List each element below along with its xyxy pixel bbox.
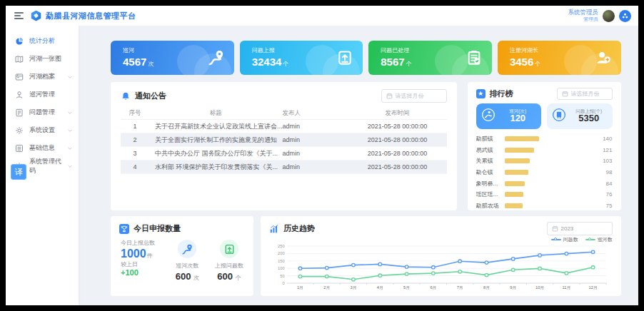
today-delta-label: 较上日	[121, 261, 155, 268]
notice-row-publisher: admin	[283, 136, 348, 143]
stat-card-3: 问题已处理8567个	[368, 41, 492, 75]
sidebar: 统计分析河湖一张图河湖档案巡河管理问题管理系统设置基础信息系统管理代码 译	[6, 26, 79, 305]
svg-text:100: 100	[278, 266, 285, 270]
notice-row-time: 2021-05-28 00:00:00	[348, 163, 447, 170]
notice-row[interactable]: 2关于全面实行湖长制工作的实施意见的通知admin2021-05-28 00:0…	[121, 133, 447, 147]
trophy-icon	[119, 224, 129, 234]
float-translate-button[interactable]: 译	[11, 164, 26, 180]
notice-table-body: 1关于召开高新技术企业认定政策线上宣讲会...admin2021-05-28 0…	[121, 120, 447, 174]
sidebar-item-3[interactable]: 河湖档案	[6, 68, 79, 86]
notice-month-input[interactable]	[396, 93, 442, 99]
notice-row-title: 中共中央办公厅 国务院办公厅印发《关于...	[149, 149, 283, 158]
ranking-row-value: 98	[606, 169, 613, 175]
star-icon: ★	[476, 89, 485, 98]
chevron-down-icon	[67, 163, 73, 169]
patrol-pin-icon	[15, 91, 24, 99]
legend-label: 问题数	[563, 236, 578, 243]
sidebar-item-label: 统计分析	[29, 36, 55, 46]
legend-item[interactable]: 巡河数	[585, 236, 613, 243]
col-no: 序号	[121, 109, 149, 118]
top-header: 勐腊县河湖信息管理平台 系统管理员 管理员	[6, 6, 638, 26]
svg-text:200: 200	[278, 251, 285, 255]
user-name: 系统管理员	[568, 9, 599, 16]
ranking-row-value: 84	[606, 180, 613, 187]
notice-table: 序号 标题 发布人 发布时间 1关于召开高新技术企业认定政策线上宣讲会...ad…	[121, 107, 447, 174]
trend-legend: 问题数巡河数	[269, 236, 613, 243]
apps-icon[interactable]	[619, 10, 631, 22]
svg-text:12月: 12月	[589, 286, 598, 291]
svg-text:3月: 3月	[350, 286, 356, 291]
ranking-row-bar	[505, 181, 525, 186]
user-add-icon	[595, 50, 611, 66]
notice-row-title: 关于召开高新技术企业认定政策线上宣讲会...	[149, 122, 283, 131]
metric-value: 600 个	[217, 271, 241, 282]
sidebar-item-4[interactable]: 巡河管理	[6, 86, 79, 103]
ranking-chips: 巡河(次)120问题上报(个)5350	[476, 103, 613, 129]
avatar[interactable]	[603, 10, 615, 22]
ranking-list: 勐腊镇140易武镇121关累镇103勐仑镇98象明彝...84瑶区瑶...76勐…	[476, 133, 613, 211]
today-metric-2: 上报问题数600 个	[215, 240, 243, 282]
sidebar-item-label: 河湖档案	[29, 72, 55, 81]
map-icon	[15, 55, 24, 63]
trend-year-picker[interactable]	[547, 222, 613, 235]
ranking-chip-2: 问题上报(个)5350	[547, 103, 613, 129]
sidebar-item-label: 基础信息	[29, 143, 55, 153]
notice-row-time: 2021-05-28 00:00:00	[348, 123, 447, 130]
ranking-row-value: 76	[606, 191, 613, 198]
svg-text:11月: 11月	[562, 286, 570, 291]
chevron-down-icon	[67, 146, 73, 151]
trend-year-input[interactable]	[561, 225, 608, 232]
ranking-row: 象明彝...84	[476, 178, 613, 189]
ranking-row-name: 勐仑镇	[476, 168, 503, 176]
today-total-value: 1000件	[121, 247, 155, 261]
sidebar-item-label: 巡河管理	[29, 90, 55, 99]
notice-row-no: 3	[121, 150, 149, 157]
sidebar-item-5[interactable]: 问题管理	[6, 103, 79, 121]
notice-month-picker[interactable]	[381, 89, 447, 103]
sidebar-item-label: 系统设置	[29, 126, 55, 135]
svg-text:1月: 1月	[297, 286, 303, 291]
ranking-row-bar	[505, 192, 523, 197]
ranking-month-input[interactable]	[571, 91, 608, 97]
svg-text:5月: 5月	[403, 286, 410, 291]
ranking-month-picker[interactable]	[557, 88, 613, 100]
notice-row[interactable]: 1关于召开高新技术企业认定政策线上宣讲会...admin2021-05-28 0…	[121, 120, 447, 133]
legend-label: 巡河数	[598, 236, 613, 243]
bar-chart-icon	[269, 224, 279, 234]
report-card-icon	[552, 108, 566, 125]
patrol-walk-icon	[481, 108, 495, 125]
stat-card-4: 注册河湖长3456个	[498, 41, 621, 75]
app-title: 勐腊县河湖信息管理平台	[46, 11, 136, 21]
svg-text:9月: 9月	[510, 286, 516, 291]
ranking-chip-1: 巡河(次)120	[476, 103, 542, 129]
ranking-row-bar	[505, 148, 535, 153]
stat-card-1: 巡河4567次	[111, 41, 234, 75]
notice-row[interactable]: 3中共中央办公厅 国务院办公厅印发《关于...admin2021-05-28 0…	[121, 147, 447, 160]
sidebar-item-6[interactable]: 系统设置	[6, 121, 79, 139]
ranking-row-name: 象明彝...	[476, 180, 503, 188]
ranking-row-bar	[505, 203, 523, 208]
today-delta-value: +100	[121, 268, 155, 278]
sidebar-item-7[interactable]: 基础信息	[6, 139, 79, 157]
notice-row-publisher: admin	[283, 150, 348, 157]
sidebar-item-2[interactable]: 河湖一张图	[6, 50, 79, 68]
patrol-route-icon	[208, 50, 224, 66]
hamburger-menu-icon[interactable]	[14, 12, 24, 19]
ranking-row-name: 勐腊农场	[476, 202, 503, 210]
legend-item[interactable]: 问题数	[551, 236, 578, 243]
notice-table-header: 序号 标题 发布人 发布时间	[121, 107, 447, 120]
metric-label: 上报问题数	[215, 262, 243, 270]
sidebar-item-1[interactable]: 统计分析	[6, 32, 79, 50]
notice-row-title: 关于全面实行湖长制工作的实施意见的通知	[149, 136, 283, 145]
ranking-row-bar	[505, 158, 530, 163]
app-window: 勐腊县河湖信息管理平台 系统管理员 管理员 统计分析河湖一张图河湖档案巡河管理问…	[6, 6, 638, 305]
svg-text:150: 150	[278, 259, 285, 263]
today-metric-1: 巡河次数600 次	[176, 240, 199, 282]
notice-row[interactable]: 4水利部 环境保护部关于印发贯彻落实《关...admin2021-05-28 0…	[121, 160, 447, 174]
calendar-icon	[562, 91, 568, 97]
ranking-row: 勐仑镇98	[476, 167, 613, 178]
ranking-row: 瑶区瑶...76	[476, 189, 613, 200]
upload-icon	[337, 50, 353, 66]
user-menu[interactable]: 系统管理员 管理员	[568, 9, 599, 22]
notice-row-no: 4	[121, 163, 149, 170]
